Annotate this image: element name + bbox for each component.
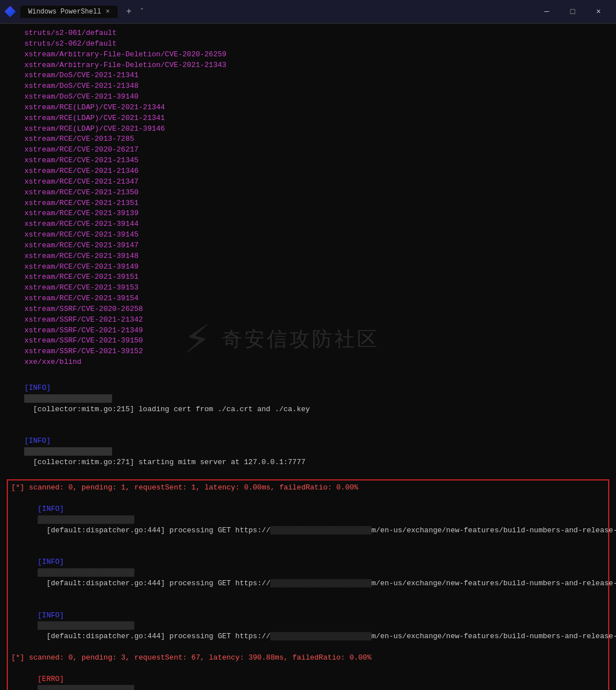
list-item: xstream/RCE(LDAP)/CVE-2021-39146 [7, 124, 609, 135]
list-item: struts/s2-062/default [7, 39, 609, 50]
list-item: xstream/RCE/CVE-2021-39139 [7, 208, 609, 219]
powershell-icon [5, 6, 16, 17]
list-item: xstream/RCE/CVE-2021-39151 [7, 272, 609, 283]
new-tab-button[interactable]: + [120, 3, 138, 20]
list-item: xstream/RCE(LDAP)/CVE-2021-21341 [7, 113, 609, 124]
red-border-section: [*] scanned: 0, pending: 1, requestSent:… [7, 479, 609, 690]
list-item: xstream/RCE/CVE-2021-21347 [7, 177, 609, 188]
scan-status-line: [*] scanned: 0, pending: 3, requestSent:… [11, 653, 605, 664]
list-item: xstream/RCE/CVE-2021-39149 [7, 262, 609, 273]
list-item: xstream/RCE/CVE-2021-21351 [7, 198, 609, 209]
scan-status-line: [*] scanned: 0, pending: 1, requestSent:… [11, 483, 605, 493]
list-item: xstream/DoS/CVE-2021-21341 [7, 70, 609, 81]
list-item: xstream/RCE/CVE-2021-39148 [7, 251, 609, 262]
log-line: [INFO] ██████████████████ [collector:mit… [7, 372, 609, 425]
tab-dropdown-button[interactable]: ˅ [138, 5, 146, 18]
list-item: xstream/RCE/CVE-2021-39154 [7, 293, 609, 304]
list-item: struts/s2-061/default [7, 28, 609, 39]
close-button[interactable]: × [586, 0, 611, 24]
list-item: xstream/RCE/CVE-2021-39144 [7, 219, 609, 230]
list-item: xstream/SSRF/CVE-2021-21349 [7, 326, 609, 336]
minimize-button[interactable]: ─ [534, 0, 560, 24]
list-item: xstream/DoS/CVE-2021-21348 [7, 81, 609, 92]
maximize-button[interactable]: □ [560, 0, 586, 24]
list-item: xstream/Arbitrary-File-Deletion/CVE-2020… [7, 50, 609, 60]
list-item: xstream/DoS/CVE-2021-39140 [7, 92, 609, 103]
list-item: xstream/RCE(LDAP)/CVE-2021-21344 [7, 103, 609, 113]
terminal-body: struts/s2-061/default struts/s2-062/defa… [0, 24, 616, 690]
list-item: xstream/RCE/CVE-2020-26217 [7, 145, 609, 155]
list-item: xstream/RCE/CVE-2021-21345 [7, 155, 609, 166]
log-prefix: [INFO] [24, 384, 51, 392]
list-item: xstream/SSRF/CVE-2020-26258 [7, 304, 609, 315]
log-line: [ERRO] ██████████████████████ [controlle… [11, 664, 605, 690]
log-line: [INFO] ██████████████████ [collector:mit… [7, 425, 609, 478]
list-item: xstream/RCE/CVE-2021-39147 [7, 241, 609, 251]
list-item: xstream/RCE/CVE-2021-39145 [7, 230, 609, 241]
tab-close-button[interactable]: × [106, 8, 110, 16]
list-item: xstream/SSRF/CVE-2021-39152 [7, 346, 609, 357]
log-prefix: [INFO] [24, 437, 51, 445]
list-item: xstream/SSRF/CVE-2021-21342 [7, 315, 609, 326]
active-tab[interactable]: Windows PowerShell × [20, 6, 118, 18]
tab-label: Windows PowerShell [28, 8, 101, 16]
list-item: xstream/Arbitrary-File-Deletion/CVE-2021… [7, 60, 609, 71]
list-item: xstream/RCE/CVE-2013-7285 [7, 134, 609, 145]
log-line: [INFO] ██████████████████████ [default:d… [11, 547, 605, 600]
log-line: [INFO] ██████████████████████ [default:d… [11, 600, 605, 653]
list-item: xxe/xxe/blind [7, 357, 609, 368]
titlebar: Windows PowerShell × + ˅ ─ □ × [0, 0, 616, 24]
list-item: xstream/RCE/CVE-2021-39153 [7, 283, 609, 293]
list-item: xstream/SSRF/CVE-2021-39150 [7, 336, 609, 346]
list-item: xstream/RCE/CVE-2021-21346 [7, 166, 609, 177]
log-line: [INFO] ██████████████████████ [default:d… [11, 493, 605, 546]
list-item: xstream/RCE/CVE-2021-21350 [7, 188, 609, 198]
blank-line [7, 368, 609, 372]
window-controls: ─ □ × [534, 0, 611, 24]
